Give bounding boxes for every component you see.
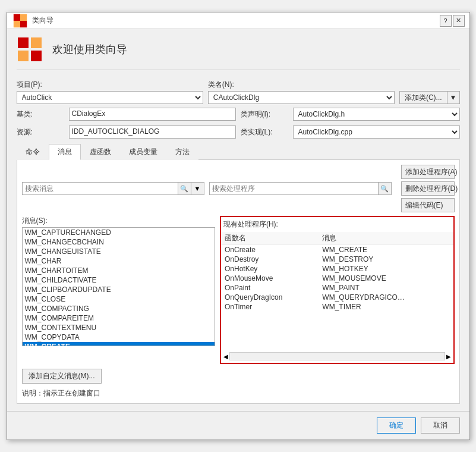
scrollbar-row: ◀ ▶ [221, 352, 453, 363]
classname-label: 类名(N): [208, 80, 395, 90]
add-handler-button[interactable]: 添加处理程序(A) [401, 165, 455, 179]
list-item[interactable]: WM_COMPACTING [23, 304, 215, 313]
search-msg-button[interactable]: 🔍 [178, 183, 191, 194]
search-handler-box[interactable]: 🔍 [209, 182, 392, 195]
project-select[interactable]: AutoClick [17, 91, 203, 104]
dialog-content: 欢迎使用类向导 项目(P): AutoClick 类名(N): CAutoCli… [7, 29, 469, 411]
svg-rect-4 [18, 37, 29, 48]
table-row[interactable]: OnHotKeyWM_HOTKEY [221, 264, 453, 274]
list-item[interactable]: WM_CAPTURECHANGED [23, 228, 215, 237]
close-button[interactable]: ✕ [453, 15, 465, 27]
decl-label: 类声明(I): [241, 109, 288, 120]
impl-select[interactable]: AutoClickDlg.cpp [293, 125, 460, 139]
tab-message[interactable]: 消息 [49, 144, 81, 160]
footer: 确定 取消 [7, 411, 469, 440]
handler-table-scroll[interactable]: 函数名 消息 OnCreateWM_CREATEOnDestroyWM_DEST… [221, 232, 453, 351]
message-list[interactable]: WM_CAPTURECHANGED WM_CHANGECBCHAIN WM_CH… [22, 227, 215, 346]
handler-table: 函数名 消息 OnCreateWM_CREATEOnDestroyWM_DEST… [221, 232, 453, 312]
source-label: 资源: [17, 127, 64, 137]
scroll-right-icon[interactable]: ▶ [446, 353, 451, 360]
bottom-area: 添加自定义消息(M)... 说明：指示正在创建窗口 [22, 369, 455, 398]
cancel-button[interactable]: 取消 [421, 418, 460, 434]
welcome-logo-icon [17, 36, 43, 62]
ok-button[interactable]: 确定 [377, 418, 416, 434]
list-item[interactable]: WM_COMPAREITEM [23, 313, 215, 323]
base-label: 基类: [17, 109, 64, 120]
list-item[interactable]: WM_CHILDACTIVATE [23, 275, 215, 285]
source-value: IDD_AUTOCLICK_DIALOG [69, 125, 236, 139]
add-class-button-group: 添加类(C)... ▼ [399, 91, 460, 104]
classname-select[interactable]: CAutoClickDlg [208, 91, 395, 104]
form-third-row: 资源: IDD_AUTOCLICK_DIALOG 类实现(L): AutoCli… [17, 125, 460, 139]
list-item[interactable]: WM_CLOSE [23, 294, 215, 304]
handler-func-cell: OnTimer [221, 302, 319, 312]
handler-msg-cell: WM_QUERYDRAGICO… [319, 293, 453, 302]
svg-rect-1 [20, 21, 27, 27]
form-second-row: 基类: CDialogEx 类声明(I): AutoClickDlg.h [17, 108, 460, 121]
welcome-header: 欢迎使用类向导 [17, 36, 460, 70]
svg-rect-3 [13, 21, 20, 27]
handler-msg-cell: WM_HOTKEY [319, 264, 453, 274]
title-actions: ? ✕ [440, 15, 465, 27]
add-class-button[interactable]: 添加类(C)... [399, 91, 447, 104]
scroll-left-icon[interactable]: ◀ [223, 353, 228, 360]
tab-virtual[interactable]: 虚函数 [81, 144, 120, 160]
decl-group: AutoClickDlg.h [293, 108, 460, 121]
edit-code-button[interactable]: 编辑代码(E) [401, 198, 455, 212]
help-button[interactable]: ? [440, 15, 452, 27]
remove-handler-button[interactable]: 删除处理程序(D) [401, 181, 455, 196]
handler-msg-cell: WM_PAINT [319, 283, 453, 293]
horizontal-scrollbar[interactable] [229, 352, 445, 360]
decl-select[interactable]: AutoClickDlg.h [293, 108, 460, 121]
dialog-title: 类向导 [32, 15, 53, 26]
panels-row: 消息(S): WM_CAPTURECHANGED WM_CHANGECBCHAI… [22, 216, 455, 364]
base-value: CDialogEx [69, 108, 236, 121]
right-panel: 现有处理程序(H): 函数名 消息 [220, 216, 455, 364]
svg-rect-2 [20, 14, 27, 20]
handler-msg-cell: WM_MOUSEMOVE [319, 274, 453, 283]
search-handler-button[interactable]: 🔍 [378, 183, 391, 194]
tab-bar: 命令 消息 虚函数 成员变量 方法 [17, 143, 460, 160]
add-custom-msg-button[interactable]: 添加自定义消息(M)... [22, 369, 102, 384]
dialog: 类向导 ? ✕ 欢迎使用类向导 项目(P): AutoClick [7, 12, 470, 440]
handler-func-cell: OnMouseMove [221, 274, 319, 283]
search-handler-input[interactable] [210, 183, 378, 194]
table-row[interactable]: OnQueryDragIconWM_QUERYDRAGICO… [221, 293, 453, 302]
svg-rect-5 [31, 51, 42, 61]
list-item[interactable]: WM_CHANGEUISTATE [23, 247, 215, 256]
tab-method[interactable]: 方法 [166, 144, 198, 160]
action-buttons: 添加处理程序(A) 删除处理程序(D) 编辑代码(E) [401, 165, 455, 212]
impl-group: AutoClickDlg.cpp [293, 125, 460, 139]
list-item[interactable]: WM_CHAR [23, 256, 215, 266]
table-row[interactable]: OnCreateWM_CREATE [221, 245, 453, 255]
list-item[interactable]: WM_CLIPBOARDUPDATE [23, 285, 215, 294]
svg-rect-7 [18, 51, 29, 61]
handler-col-func: 函数名 [221, 232, 319, 245]
list-item[interactable]: WM_CHANGECBCHAIN [23, 237, 215, 247]
tab-member-var[interactable]: 成员变量 [120, 144, 166, 160]
table-row[interactable]: OnPaintWM_PAINT [221, 283, 453, 293]
handler-func-cell: OnCreate [221, 245, 319, 255]
handler-func-cell: OnHotKey [221, 264, 319, 274]
list-item[interactable]: WM_COPYDATA [23, 332, 215, 342]
title-bar-left: 类向导 [12, 12, 53, 29]
left-panel: 消息(S): WM_CAPTURECHANGED WM_CHANGECBCHAI… [22, 216, 215, 364]
search-msg-box[interactable]: 🔍 ▼ [22, 182, 204, 195]
search-msg-input[interactable] [23, 183, 178, 194]
handler-col-msg: 消息 [319, 232, 453, 245]
list-item[interactable]: WM_CHARTOITEM [23, 266, 215, 275]
table-row[interactable]: OnTimerWM_TIMER [221, 302, 453, 312]
add-class-dropdown-arrow[interactable]: ▼ [447, 91, 460, 104]
project-label: 项目(P): [17, 80, 203, 90]
tab-command[interactable]: 命令 [17, 144, 49, 160]
table-row[interactable]: OnDestroyWM_DESTROY [221, 255, 453, 264]
search-msg-dropdown[interactable]: ▼ [191, 183, 204, 194]
list-item[interactable]: WM_CONTEXTMENU [23, 323, 215, 332]
handler-func-cell: OnDestroy [221, 255, 319, 264]
msg-panel-label: 消息(S): [22, 216, 215, 226]
table-row[interactable]: OnMouseMoveWM_MOUSEMOVE [221, 274, 453, 283]
handler-msg-cell: WM_TIMER [319, 302, 453, 312]
title-bar: 类向导 ? ✕ [7, 12, 469, 29]
svg-rect-0 [13, 14, 20, 20]
list-item-selected[interactable]: WM_CREATE [23, 342, 215, 346]
